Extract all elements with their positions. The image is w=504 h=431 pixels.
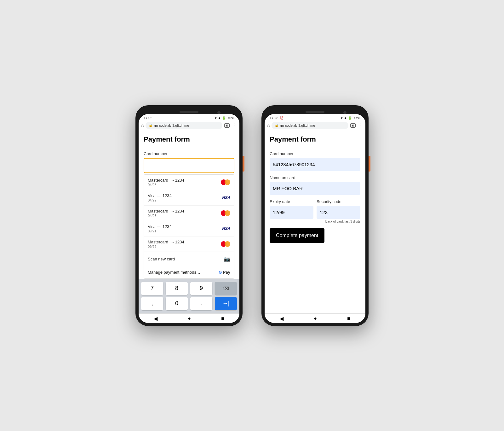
mastercard-icon-2 bbox=[221, 210, 230, 216]
security-hint-right: Back of card, last 3 digits bbox=[317, 220, 360, 223]
card-info-1: Visa ···· 1234 04/22 bbox=[148, 193, 172, 202]
expiry-security-row: Expiry date 12/99 Security code 123 Back… bbox=[270, 199, 360, 223]
right-page-content: Payment form Card number 541234567890123… bbox=[265, 130, 365, 278]
more-icon-right[interactable]: ⋮ bbox=[358, 122, 363, 128]
alarm-icon-right: ⏰ bbox=[280, 116, 284, 120]
left-phone-wrapper: 17:05 ▾ ▲ 🔋 76% ⌂ 🔒 rm-codelab-3.glitch.… bbox=[135, 105, 243, 326]
nav-back-icon-left[interactable]: ◀ bbox=[154, 316, 158, 322]
side-button-left bbox=[243, 156, 244, 172]
autocomplete-item-0[interactable]: Mastercard ···· 1234 04/23 bbox=[144, 175, 234, 190]
browser-bar-left: ⌂ 🔒 rm-codelab-3.glitch.me ▣ ⋮ bbox=[139, 121, 239, 130]
card-info-4: Mastercard ···· 1234 09/22 bbox=[148, 240, 184, 248]
left-phone: 17:05 ▾ ▲ 🔋 76% ⌂ 🔒 rm-codelab-3.glitch.… bbox=[135, 105, 243, 326]
card-expiry-3: 09/21 bbox=[148, 229, 172, 233]
card-number-input-right[interactable]: 5412345678901234 bbox=[270, 158, 360, 171]
more-icon-left[interactable]: ⋮ bbox=[232, 122, 237, 128]
mastercard-icon-4 bbox=[221, 241, 230, 247]
speaker-right bbox=[306, 111, 324, 113]
card-info-3: Visa ···· 1234 09/21 bbox=[148, 224, 172, 233]
camera-left bbox=[217, 111, 220, 114]
left-page-content: Payment form Card number Mastercard ····… bbox=[139, 130, 239, 279]
manage-payment-label: Manage payment methods… bbox=[148, 270, 200, 275]
tab-icon-right[interactable]: ▣ bbox=[350, 123, 356, 128]
wifi-icon-right: ▾ bbox=[341, 116, 343, 120]
battery-icon-right: 🔋 bbox=[348, 116, 352, 120]
nav-home-icon-left[interactable]: ● bbox=[188, 316, 191, 322]
visa-icon-1: VISA bbox=[221, 195, 230, 200]
nav-back-icon-right[interactable]: ◀ bbox=[280, 316, 284, 322]
speaker-left bbox=[180, 111, 198, 113]
visa-icon-3: VISA bbox=[221, 226, 230, 231]
key-period[interactable]: . bbox=[190, 297, 212, 310]
card-name-0: Mastercard ···· 1234 bbox=[148, 178, 184, 183]
nav-recent-icon-left[interactable]: ■ bbox=[221, 316, 224, 322]
url-bar-right[interactable]: 🔒 rm-codelab-3.glitch.me bbox=[272, 122, 348, 129]
home-icon-right[interactable]: ⌂ bbox=[267, 123, 270, 128]
url-bar-left[interactable]: 🔒 rm-codelab-3.glitch.me bbox=[146, 122, 222, 129]
keyboard-row-2: , 0 . →| bbox=[140, 297, 238, 310]
right-phone: 17:28 ⏰ ▾ ▲ 🔋 77% ⌂ 🔒 rm-codelab-3.glitc… bbox=[261, 105, 369, 326]
complete-payment-button[interactable]: Complete payment bbox=[270, 228, 324, 243]
url-text-right: rm-codelab-3.glitch.me bbox=[280, 124, 315, 127]
divider-left bbox=[144, 146, 234, 146]
name-on-card-input-right[interactable]: MR FOO BAR bbox=[270, 182, 360, 195]
phone-top-left bbox=[139, 108, 239, 114]
side-button-right bbox=[369, 156, 370, 172]
security-group: Security code 123 Back of card, last 3 d… bbox=[317, 199, 360, 223]
card-name-1: Visa ···· 1234 bbox=[148, 193, 172, 198]
expiry-label-right: Expiry date bbox=[270, 199, 313, 204]
card-expiry-0: 04/23 bbox=[148, 183, 184, 187]
name-on-card-label-right: Name on card bbox=[270, 175, 360, 180]
status-bar-right: 17:28 ⏰ ▾ ▲ 🔋 77% bbox=[265, 114, 365, 121]
expiry-input-right[interactable]: 12/99 bbox=[270, 206, 313, 219]
scan-new-card-item[interactable]: Scan new card 📷 bbox=[144, 252, 234, 266]
key-0[interactable]: 0 bbox=[166, 297, 188, 310]
manage-payment-item[interactable]: Manage payment methods… G Pay bbox=[144, 266, 234, 278]
left-screen: 17:05 ▾ ▲ 🔋 76% ⌂ 🔒 rm-codelab-3.glitch.… bbox=[139, 114, 239, 323]
status-bar-left: 17:05 ▾ ▲ 🔋 76% bbox=[139, 114, 239, 121]
card-expiry-1: 04/22 bbox=[148, 198, 172, 202]
phone-top-right bbox=[265, 108, 365, 114]
card-info-2: Mastercard ···· 1234 04/23 bbox=[148, 209, 184, 218]
bottom-nav-right: ◀ ● ■ bbox=[265, 313, 365, 323]
card-info-0: Mastercard ···· 1234 04/23 bbox=[148, 178, 184, 187]
url-text-left: rm-codelab-3.glitch.me bbox=[154, 124, 189, 127]
nav-recent-icon-right[interactable]: ■ bbox=[347, 316, 350, 322]
card-expiry-2: 04/23 bbox=[148, 214, 184, 218]
key-7[interactable]: 7 bbox=[141, 282, 163, 295]
divider-right bbox=[270, 146, 360, 146]
right-screen: 17:28 ⏰ ▾ ▲ 🔋 77% ⌂ 🔒 rm-codelab-3.glitc… bbox=[265, 114, 365, 323]
signal-icon-right: ▲ bbox=[344, 116, 347, 120]
card-number-input-left[interactable] bbox=[144, 158, 234, 173]
bottom-nav-left: ◀ ● ■ bbox=[139, 313, 239, 323]
status-right-left: ▾ ▲ 🔋 76% bbox=[215, 116, 234, 120]
camera-scan-icon: 📷 bbox=[224, 256, 230, 262]
gpay-icon: G Pay bbox=[219, 270, 230, 275]
status-time-right: 17:28 bbox=[270, 116, 278, 120]
autocomplete-item-3[interactable]: Visa ···· 1234 09/21 VISA bbox=[144, 221, 234, 236]
key-8[interactable]: 8 bbox=[166, 282, 188, 295]
browser-bar-right: ⌂ 🔒 rm-codelab-3.glitch.me ▣ ⋮ bbox=[265, 121, 365, 130]
expiry-group: Expiry date 12/99 bbox=[270, 199, 313, 223]
autocomplete-item-2[interactable]: Mastercard ···· 1234 04/23 bbox=[144, 206, 234, 221]
autocomplete-item-4[interactable]: Mastercard ···· 1234 09/22 bbox=[144, 236, 234, 252]
battery-text-right: 77% bbox=[353, 116, 360, 120]
autocomplete-item-1[interactable]: Visa ···· 1234 04/22 VISA bbox=[144, 190, 234, 206]
keyboard-row-1: 7 8 9 ⌫ bbox=[140, 282, 238, 295]
nav-home-icon-right[interactable]: ● bbox=[314, 316, 317, 322]
home-icon-left[interactable]: ⌂ bbox=[141, 123, 144, 128]
right-phone-wrapper: 17:28 ⏰ ▾ ▲ 🔋 77% ⌂ 🔒 rm-codelab-3.glitc… bbox=[261, 105, 369, 326]
camera-right bbox=[343, 111, 346, 114]
key-comma[interactable]: , bbox=[141, 297, 163, 310]
autocomplete-list: Mastercard ···· 1234 04/23 Visa ···· 123… bbox=[144, 174, 234, 279]
key-next[interactable]: →| bbox=[215, 297, 237, 310]
page-title-left: Payment form bbox=[144, 135, 234, 143]
key-backspace[interactable]: ⌫ bbox=[215, 282, 237, 295]
key-9[interactable]: 9 bbox=[190, 282, 212, 295]
mastercard-icon-0 bbox=[221, 179, 230, 185]
tab-icon-left[interactable]: ▣ bbox=[224, 123, 230, 128]
security-input-right[interactable]: 123 bbox=[317, 206, 360, 219]
status-right-right: ▾ ▲ 🔋 77% bbox=[341, 116, 360, 120]
card-name-2: Mastercard ···· 1234 bbox=[148, 209, 184, 213]
lock-icon-right: 🔒 bbox=[275, 124, 278, 127]
